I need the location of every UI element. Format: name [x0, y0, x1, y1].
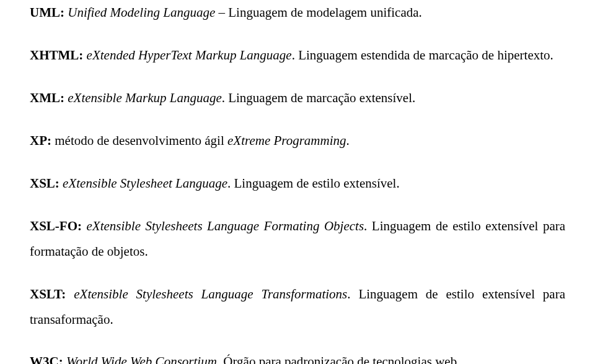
translation: Linguagem estendida de marcação de hiper…: [298, 48, 553, 63]
expansion: eXtreme Programming: [227, 133, 346, 148]
translation: Linguagem de marcação extensível.: [228, 90, 415, 105]
connector: .: [346, 133, 350, 148]
abbr: XSL:: [30, 176, 60, 191]
abbr: XSLT:: [30, 287, 66, 301]
translation: Órgão para padronização de tecnologias w…: [223, 354, 460, 364]
expansion: eXtended HyperText Markup Language: [87, 48, 292, 63]
definition-entry: XHTML: eXtended HyperText Markup Languag…: [30, 43, 565, 68]
expansion: World Wide Web Consortium: [66, 354, 217, 364]
prefix: método de desenvolvimento ágil: [55, 133, 227, 148]
spacer: [30, 68, 565, 85]
definition-entry: XML: eXtensible Markup Language. Linguag…: [30, 85, 565, 111]
abbr: XML:: [30, 90, 64, 105]
spacer: [30, 25, 565, 43]
definition-entry: W3C: World Wide Web Consortium. Órgão pa…: [30, 349, 565, 364]
spacer: [30, 332, 565, 349]
abbr: UML:: [30, 5, 64, 20]
expansion: eXtensible Markup Language: [68, 90, 221, 105]
expansion: eXtensible Stylesheets Language Formatin…: [87, 219, 364, 233]
connector: .: [364, 219, 372, 233]
abbr: XP:: [30, 133, 51, 148]
abbr: W3C:: [30, 354, 63, 364]
spacer: [30, 111, 565, 128]
connector: .: [227, 176, 234, 191]
expansion: eXtensible Stylesheet Language: [63, 176, 227, 191]
connector: –: [215, 5, 228, 20]
definition-entry: UML: Unified Modeling Language – Linguag…: [30, 0, 565, 25]
abbr: XSL-FO:: [30, 219, 82, 233]
expansion: Unified Modeling Language: [68, 5, 215, 20]
connector: .: [347, 287, 358, 301]
definition-entry: XSL: eXtensible Stylesheet Language. Lin…: [30, 171, 565, 196]
expansion: eXtensible Stylesheets Language Transfor…: [74, 287, 347, 301]
translation: Linguagem de modelagem unificada.: [228, 5, 422, 20]
spacer: [30, 196, 565, 214]
translation: Linguagem de estilo extensível.: [234, 176, 400, 191]
spacer: [30, 264, 565, 282]
connector: .: [217, 354, 224, 364]
page-content: UML: Unified Modeling Language – Linguag…: [0, 0, 595, 364]
spacer: [30, 154, 565, 171]
definition-entry: XSLT: eXtensible Stylesheets Language Tr…: [30, 282, 565, 332]
definition-entry: XP: método de desenvolvimento ágil eXtre…: [30, 128, 565, 154]
definition-entry: XSL-FO: eXtensible Stylesheets Language …: [30, 214, 565, 264]
abbr: XHTML:: [30, 48, 83, 63]
connector: .: [222, 90, 229, 105]
connector: .: [292, 48, 299, 63]
